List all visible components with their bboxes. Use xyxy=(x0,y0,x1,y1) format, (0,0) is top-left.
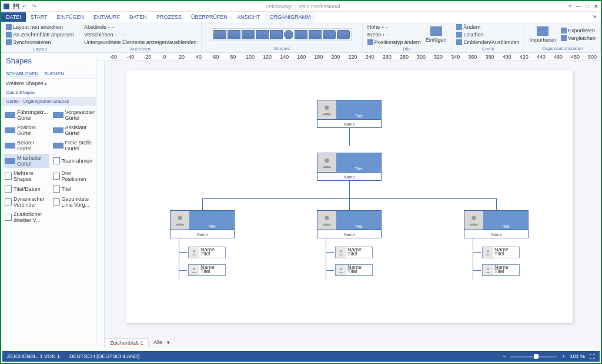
org-subcard[interactable]: NameTitel xyxy=(335,264,373,276)
svg-point-10 xyxy=(487,268,489,270)
layout-neu-button[interactable]: Layout neu anordnen xyxy=(5,23,64,31)
svg-point-0 xyxy=(325,106,329,110)
org-card[interactable]: TitelName xyxy=(317,153,382,181)
org-subcard[interactable]: NameTitel xyxy=(482,247,520,258)
tab-schablonen[interactable]: SCHABLONEN xyxy=(6,71,38,76)
shape-style[interactable] xyxy=(270,30,283,39)
loeschen-button[interactable]: Löschen xyxy=(455,31,484,38)
stencil-item[interactable]: Mehrere Shapes xyxy=(4,169,49,183)
einfuegen-button[interactable]: Einfügen xyxy=(424,26,448,43)
org-subcard[interactable]: NameTitel xyxy=(188,247,226,258)
stencil-item[interactable]: Assistant Gürtel xyxy=(52,123,96,137)
page-tab[interactable]: Zeichenblatt-1 xyxy=(105,338,149,347)
shape-style[interactable] xyxy=(256,30,269,39)
org-card-root[interactable]: TitelName xyxy=(317,100,382,128)
shape-style[interactable] xyxy=(242,30,255,39)
zoom-level[interactable]: 101 % xyxy=(570,353,585,359)
hoehe-button[interactable]: Höhe + − xyxy=(366,23,422,31)
stencil-item[interactable]: Teamrahmen xyxy=(52,154,96,168)
abstaende-button[interactable]: Abstände + − xyxy=(83,23,116,31)
quick-launch: 💾 ↶ ↷ xyxy=(4,4,38,9)
shape-icon xyxy=(5,143,15,149)
shape-style[interactable] xyxy=(284,30,293,39)
more-shapes-link[interactable]: Weitere Shapes ▸ xyxy=(1,79,96,88)
zoom-in-button[interactable]: + xyxy=(562,353,565,359)
tab-daten[interactable]: DATEN xyxy=(125,12,152,22)
stencil-item[interactable]: Freie Stelle Gürtel xyxy=(52,139,96,153)
stencil-item[interactable]: Drei Positionen xyxy=(52,169,96,183)
stencil-item[interactable]: Titel/Datum xyxy=(4,184,49,194)
org-card[interactable]: TitelName xyxy=(170,210,235,238)
window-controls: ? — □ ✕ xyxy=(568,4,598,9)
shape-style[interactable] xyxy=(309,30,322,39)
org-subcard[interactable]: NameTitel xyxy=(188,264,226,276)
redo-icon[interactable]: ↷ xyxy=(32,4,38,9)
connector xyxy=(326,270,334,271)
stencil-item[interactable]: Führungskr... Gürtel xyxy=(4,108,49,122)
tab-prozess[interactable]: PROZESS xyxy=(152,12,186,22)
importieren-button[interactable]: Importieren xyxy=(528,26,557,43)
layout-icon xyxy=(6,24,12,30)
stencil-item[interactable]: Berater Gürtel xyxy=(4,139,49,153)
shape-gallery[interactable] xyxy=(212,28,352,41)
stencil-item[interactable]: Position Gürtel xyxy=(4,123,49,137)
org-card[interactable]: TitelName xyxy=(317,210,382,238)
tab-entwurf[interactable]: ENTWURF xyxy=(89,12,125,22)
tab-einfuegen[interactable]: EINFÜGEN xyxy=(52,12,89,22)
chevron-down-icon[interactable]: ▾ xyxy=(167,339,170,345)
zoom-slider[interactable] xyxy=(510,356,557,358)
org-card[interactable]: TitelName xyxy=(464,210,529,238)
group-orgdaten: Importieren Exportieren Vergleichen Orga… xyxy=(524,22,601,52)
connector xyxy=(349,128,350,146)
tab-start[interactable]: START xyxy=(26,12,52,22)
person-icon xyxy=(336,247,346,258)
close-icon[interactable]: ✕ xyxy=(594,4,598,9)
verschieben-button[interactable]: Verschieben ← → xyxy=(83,31,126,38)
stencil-item[interactable]: Gepunktete Linie Vorg... xyxy=(52,195,96,209)
sub-title: Titel xyxy=(200,269,224,274)
zoom-out-button[interactable]: − xyxy=(503,353,506,359)
quick-shapes-link[interactable]: Quick-Shapes xyxy=(1,88,96,97)
synchronisieren-button[interactable]: Synchronisieren xyxy=(5,39,52,46)
ribbon-collapse-icon[interactable]: ✕ xyxy=(593,14,601,20)
stencil-item[interactable]: Vorgesetzter Gürtel xyxy=(52,108,96,122)
org-subcard[interactable]: NameTitel xyxy=(482,264,520,276)
delete-icon xyxy=(456,32,462,38)
tab-ansicht[interactable]: ANSICHT xyxy=(232,12,265,22)
positionstyp-button[interactable]: Positionstyp ändern xyxy=(366,39,422,46)
shape-style[interactable] xyxy=(213,30,226,39)
exportieren-button[interactable]: Exportieren xyxy=(560,27,597,34)
shape-style[interactable] xyxy=(323,30,336,39)
tab-organigramm[interactable]: ORGANIGRAMM xyxy=(265,12,315,22)
org-subcard[interactable]: NameTitel xyxy=(335,247,373,258)
stencil-item[interactable]: Titel xyxy=(52,184,96,194)
undo-icon[interactable]: ↶ xyxy=(22,4,28,9)
stencil-item[interactable]: Dynamischer Verbinder xyxy=(4,195,49,209)
minimize-icon[interactable]: — xyxy=(576,4,581,9)
breite-button[interactable]: Breite + − xyxy=(366,31,422,38)
shape-style[interactable] xyxy=(295,30,307,39)
untergeordnete-button[interactable]: Untergeordnete Elemente anzeigen/ausblen… xyxy=(83,39,198,46)
aendern-button[interactable]: Ändern xyxy=(455,23,481,31)
panel-header: Shapes xyxy=(1,53,96,69)
card-title: Titel xyxy=(189,211,234,230)
drawing-page[interactable]: TitelName TitelName TitelName TitelName … xyxy=(126,70,573,323)
shape-style[interactable] xyxy=(228,30,240,39)
tab-ueberpruefen[interactable]: ÜBERPRÜFEN xyxy=(186,12,232,22)
sub-title: Titel xyxy=(347,269,371,274)
save-icon[interactable]: 💾 xyxy=(13,4,19,9)
shape-style[interactable] xyxy=(337,30,350,39)
zeichenblatt-anpassen-button[interactable]: An Zeichenblatt anpassen xyxy=(5,31,75,38)
tab-datei[interactable]: DATEI xyxy=(1,12,26,22)
canvas[interactable]: -60-40-200204060801001201401601802002202… xyxy=(96,53,601,348)
stencil-category[interactable]: Gürtel - Organigramm-Shapes xyxy=(1,97,96,106)
einblenden-button[interactable]: Einblenden/Ausblenden xyxy=(455,39,520,46)
vergleichen-button[interactable]: Vergleichen xyxy=(560,35,597,42)
help-icon[interactable]: ? xyxy=(568,4,571,9)
maximize-icon[interactable]: □ xyxy=(586,4,589,9)
page-tab-all[interactable]: Alle xyxy=(153,339,162,345)
stencil-item[interactable]: Zusätzlicher direkter V... xyxy=(4,210,49,224)
fit-window-icon[interactable]: ⛶ xyxy=(590,353,595,359)
stencil-item-selected[interactable]: Mitarbeiter Gürtel xyxy=(4,154,49,168)
tab-suchen[interactable]: SUCHEN xyxy=(44,71,64,76)
